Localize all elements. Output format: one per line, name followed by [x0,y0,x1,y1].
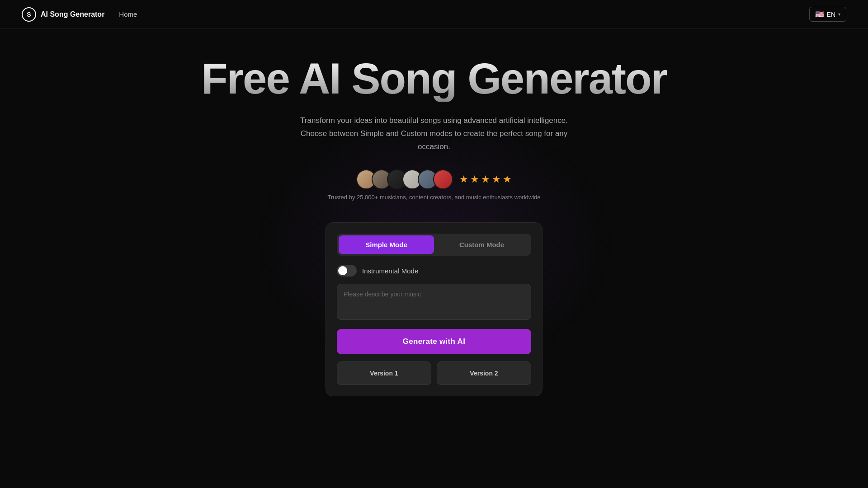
mode-tabs: Simple Mode Custom Mode [337,234,531,256]
instrumental-toggle-row: Instrumental Mode [337,265,531,277]
star-icon: ★ [459,174,468,185]
hero-section: Free AI Song Generator Transform your id… [0,29,868,414]
version-1-label: Version 1 [370,370,398,377]
logo-text: AI Song Generator [41,10,104,19]
version-2-label: Version 2 [470,370,498,377]
nav-home-link[interactable]: Home [119,10,137,18]
instrumental-label: Instrumental Mode [362,267,418,275]
main-card: Simple Mode Custom Mode Instrumental Mod… [326,222,542,396]
chevron-down-icon: ▾ [838,12,840,17]
language-selector[interactable]: 🇺🇸 EN ▾ [809,7,846,22]
social-proof: ★ ★ ★ ★ ★ Trusted by 25,000+ musicians, … [327,169,540,201]
hero-subtitle: Transform your ideas into beautiful song… [298,114,570,154]
star-icon: ★ [492,174,501,185]
version-1-card: Version 1 [337,361,431,385]
avatar [433,169,453,189]
toggle-knob [338,266,347,275]
music-description-input[interactable] [337,284,531,320]
custom-mode-tab[interactable]: Custom Mode [434,235,529,254]
star-icon: ★ [481,174,490,185]
trust-text: Trusted by 25,000+ musicians, content cr… [327,194,540,201]
flag-icon: 🇺🇸 [815,10,824,19]
simple-mode-tab[interactable]: Simple Mode [339,235,434,254]
star-icon: ★ [503,174,512,185]
generate-button[interactable]: Generate with AI [337,329,531,354]
star-rating: ★ ★ ★ ★ ★ [459,174,512,185]
avatar-stack [356,169,453,189]
avatars-stars-row: ★ ★ ★ ★ ★ [356,169,512,189]
instrumental-toggle[interactable] [337,265,357,277]
logo-icon: S [22,7,36,22]
version-2-card: Version 2 [437,361,531,385]
navbar: S AI Song Generator Home 🇺🇸 EN ▾ [0,0,868,29]
navbar-left: S AI Song Generator Home [22,7,137,22]
hero-title: Free AI Song Generator [201,56,667,102]
lang-code: EN [827,11,835,18]
version-cards: Version 1 Version 2 [337,361,531,385]
logo[interactable]: S AI Song Generator [22,7,104,22]
star-icon: ★ [470,174,479,185]
